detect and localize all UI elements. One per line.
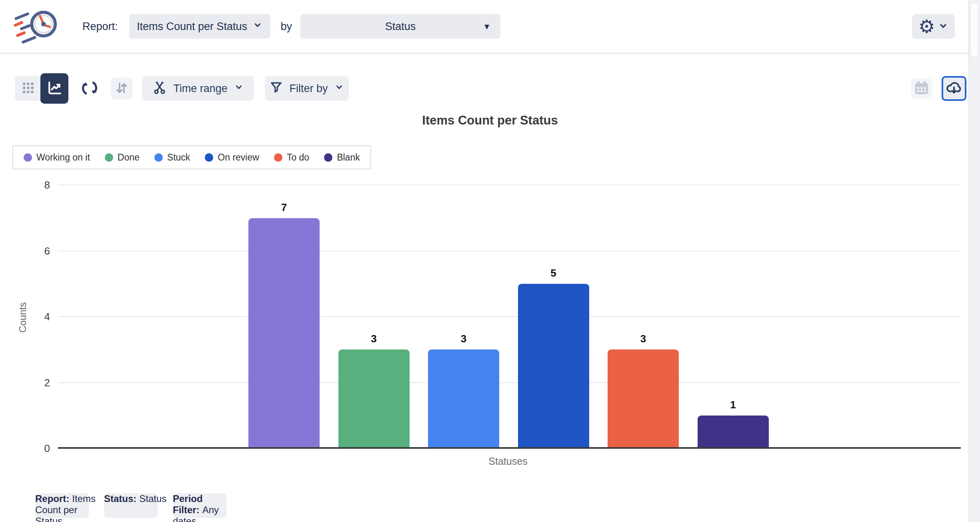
by-label: by	[281, 20, 292, 33]
chart-toolbar: Time range Filter by	[0, 72, 968, 105]
legend-item-on-review[interactable]: On review	[205, 152, 259, 163]
legend-label: Blank	[337, 152, 360, 163]
legend-color-dot	[105, 153, 113, 162]
legend-color-dot	[205, 153, 213, 162]
filter-by-button[interactable]: Filter by	[265, 76, 349, 101]
legend-item-working-on-it[interactable]: Working on it	[24, 152, 90, 163]
grid-view-button[interactable]	[15, 76, 41, 101]
settings-button[interactable]: ⚙	[912, 14, 955, 39]
sort-button[interactable]	[111, 78, 132, 99]
legend-item-to-do[interactable]: To do	[274, 152, 309, 163]
report-type-dropdown[interactable]: Items Count per Status	[129, 14, 270, 39]
y-axis-label: Counts	[17, 302, 28, 333]
sort-arrows-icon	[114, 81, 129, 96]
bar-on-review[interactable]	[518, 284, 589, 448]
footer-segment-label: Report:	[35, 493, 69, 504]
footer-segment-label: Period Filter:	[173, 493, 203, 515]
bar-value-label: 7	[248, 201, 320, 214]
app-logo-clock-icon	[12, 5, 63, 48]
legend-item-done[interactable]: Done	[105, 152, 140, 163]
report-summary-footer: Report:Items Count per StatusStatus:Stat…	[35, 493, 226, 518]
legend-label: Stuck	[167, 152, 190, 163]
bar-done[interactable]	[338, 349, 410, 448]
grid-icon	[22, 81, 35, 96]
chevron-down-icon	[234, 82, 244, 95]
bar-working-on-it[interactable]	[248, 218, 320, 448]
refresh-button[interactable]	[80, 76, 100, 101]
bar-value-label: 1	[698, 399, 769, 411]
legend-color-dot	[324, 153, 332, 162]
bar-to-do[interactable]	[608, 349, 679, 448]
view-switcher	[15, 76, 68, 101]
y-tick-label: 4	[28, 311, 50, 323]
chart-view-button[interactable]	[40, 73, 68, 104]
bar-value-label: 3	[338, 333, 410, 345]
chevron-down-icon	[334, 82, 344, 95]
x-axis-label: Statuses	[488, 456, 527, 467]
legend-color-dot	[154, 153, 163, 162]
vertical-scrollbar[interactable]	[968, 0, 980, 522]
app-header: Report: Items Count per Status by Status…	[0, 0, 968, 54]
scissors-icon	[152, 80, 167, 97]
legend-label: To do	[287, 152, 309, 163]
calendar-icon	[914, 80, 930, 97]
footer-segment: Report:Items Count per Status	[35, 493, 89, 518]
chart-legend: Working on itDoneStuckOn reviewTo doBlan…	[12, 145, 371, 169]
x-axis-line	[58, 447, 961, 449]
legend-item-blank[interactable]: Blank	[324, 152, 360, 163]
y-tick-label: 0	[28, 442, 50, 455]
footer-segment: Status:Status	[104, 493, 158, 518]
chevron-down-icon	[253, 20, 262, 33]
time-range-label: Time range	[173, 82, 228, 95]
y-tick-label: 2	[28, 377, 50, 389]
legend-color-dot	[274, 153, 282, 162]
refresh-icon	[80, 79, 99, 98]
y-tick-label: 6	[28, 245, 50, 257]
gridline	[58, 316, 961, 317]
gridline	[58, 382, 961, 383]
bar-value-label: 3	[428, 333, 499, 345]
bar-stuck[interactable]	[428, 349, 499, 448]
legend-color-dot	[24, 153, 32, 162]
time-range-button[interactable]: Time range	[142, 76, 254, 101]
cloud-download-icon	[946, 80, 962, 98]
calendar-button[interactable]	[911, 78, 932, 99]
scrollbar-thumb[interactable]	[970, 3, 978, 57]
report-type-value: Items Count per Status	[137, 20, 247, 33]
chart-title: Items Count per Status	[0, 113, 980, 128]
triangle-down-icon: ▾	[484, 21, 489, 32]
bar-value-label: 3	[608, 333, 679, 345]
chevron-down-icon	[938, 21, 948, 32]
y-tick-label: 8	[28, 179, 50, 191]
export-button[interactable]	[942, 76, 966, 101]
report-app: Report: Items Count per Status by Status…	[0, 0, 980, 522]
legend-label: Working on it	[36, 152, 90, 163]
report-label: Report:	[82, 20, 118, 33]
gear-icon: ⚙	[918, 17, 935, 36]
legend-label: Done	[118, 152, 140, 163]
legend-label: On review	[218, 152, 259, 163]
bar-blank[interactable]	[698, 416, 769, 448]
legend-item-stuck[interactable]: Stuck	[154, 152, 190, 163]
gridline	[58, 185, 961, 185]
footer-segment-label: Status:	[104, 493, 136, 504]
funnel-icon	[270, 80, 283, 96]
footer-segment: Period Filter:Any dates	[173, 493, 226, 518]
gridline	[58, 251, 961, 251]
line-chart-icon	[46, 80, 63, 98]
group-by-dropdown[interactable]: Status ▾	[300, 14, 500, 39]
filter-by-label: Filter by	[289, 82, 328, 95]
group-by-value: Status	[385, 20, 416, 33]
bar-value-label: 5	[518, 267, 589, 279]
